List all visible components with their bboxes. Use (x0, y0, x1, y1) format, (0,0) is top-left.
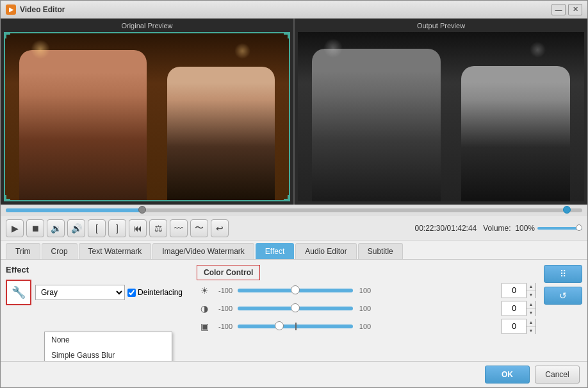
brightness-slider[interactable] (238, 289, 353, 292)
volume-slider[interactable] (537, 227, 582, 230)
saturation-spinbox-btns: ▲ ▼ (527, 319, 535, 334)
brightness-value: 0 (502, 283, 527, 298)
saturation-thumb[interactable] (275, 321, 284, 330)
waveform-button[interactable]: 〰 (170, 219, 188, 237)
contrast-spinbox: 0 ▲ ▼ (502, 301, 536, 316)
right-panel: Color Control ☀ -100 100 (197, 265, 582, 356)
timeline-section[interactable] (1, 205, 587, 216)
brightness-thumb[interactable] (291, 285, 300, 294)
bottom-bar: OK Cancel (1, 361, 587, 387)
dropdown-container: Gray Deinterlacing (35, 285, 183, 300)
tab-text-watermark[interactable]: Text Watermark (79, 243, 152, 259)
output-scene (298, 32, 584, 201)
original-preview-label: Original Preview (121, 22, 172, 30)
saturation-value: 0 (502, 319, 527, 334)
saturation-down[interactable]: ▼ (527, 327, 535, 335)
dropdown-row: Gray Deinterlacing (35, 285, 183, 300)
saturation-row: ▣ -100 100 0 ▲ (197, 319, 536, 334)
effect-dropdown[interactable]: Gray (35, 285, 125, 300)
tab-crop[interactable]: Crop (42, 243, 78, 259)
saturation-min: -100 (216, 323, 235, 330)
contrast-value: 0 (502, 301, 527, 316)
effect-icon-box: 🔧 (6, 280, 31, 305)
prev-frame-button[interactable]: ⏮ (129, 219, 147, 237)
deinterlace-label: Deinterlacing (138, 288, 183, 297)
tab-audio-editor[interactable]: Audio Editor (295, 243, 356, 259)
brightness-spinbox: 0 ▲ ▼ (502, 283, 536, 298)
reset-button[interactable]: ↺ (544, 287, 582, 305)
tab-image-video-watermark[interactable]: Image/Video Watermark (152, 243, 254, 259)
side-buttons: ⠿ ↺ (544, 265, 582, 305)
saturation-spinbox: 0 ▲ ▼ (502, 319, 536, 334)
timeline-bar[interactable] (6, 208, 582, 212)
window-title: Video Editor (20, 5, 551, 14)
grid-button[interactable]: ⠿ (544, 265, 582, 283)
timeline-progress (6, 208, 144, 212)
scale-button[interactable]: ⚖ (149, 219, 167, 237)
effect-dropdown-menu: None Simple Gauss Blur Simple Laplacian … (44, 332, 172, 361)
effect-icon: 🔧 (12, 285, 26, 299)
menu-item-none[interactable]: None (45, 332, 172, 348)
brightness-min: -100 (216, 287, 235, 294)
stop-button[interactable]: ⏹ (26, 219, 44, 237)
undo-button[interactable]: ↩ (211, 219, 229, 237)
color-control-label: Color Control (197, 265, 260, 280)
deinterlace-check: Deinterlacing (127, 288, 183, 297)
mark-out-button[interactable]: ] (108, 219, 126, 237)
tab-effect[interactable]: Effect (256, 243, 294, 259)
contrast-down[interactable]: ▼ (527, 309, 535, 317)
deinterlace-checkbox[interactable] (127, 289, 136, 297)
time-display: 00:22:30/01:42:44 Volume: 100% (414, 224, 535, 233)
playback-controls: ▶ ⏹ 🔉 🔊 [ ] ⏮ ⚖ 〰 〜 ↩ 00:22:30/01:42:44 … (1, 216, 587, 240)
effect-section-label: Effect (6, 265, 192, 274)
contrast-thumb[interactable] (291, 303, 300, 312)
cancel-button[interactable]: Cancel (535, 366, 580, 384)
brightness-icon: ☀ (197, 285, 212, 296)
window-controls: — ✕ (551, 4, 582, 15)
output-preview-pane: Output Preview (295, 19, 587, 205)
preview-section: Original Preview Output Pre (1, 19, 587, 205)
grid-icon: ⠿ (560, 269, 566, 279)
saturation-up[interactable]: ▲ (527, 319, 535, 327)
brightness-max: 100 (355, 287, 375, 294)
main-window: ▶ Video Editor — ✕ Original Preview (0, 0, 588, 388)
vol-down-button[interactable]: 🔉 (47, 219, 65, 237)
saturation-slider-content: -100 100 (216, 323, 498, 330)
menu-item-gauss[interactable]: Simple Gauss Blur (45, 348, 172, 361)
brightness-up[interactable]: ▲ (527, 283, 535, 291)
timeline-end-thumb[interactable] (563, 206, 571, 214)
contrast-up[interactable]: ▲ (527, 301, 535, 309)
contrast-max: 100 (355, 305, 375, 312)
contrast-spinbox-btns: ▲ ▼ (527, 301, 535, 316)
timeline-thumb[interactable] (138, 206, 146, 214)
tab-subtitle[interactable]: Subtitle (358, 243, 403, 259)
volume-thumb[interactable] (576, 224, 582, 231)
left-panel: Effect 🔧 Gray Deinterlacing (6, 265, 192, 356)
original-scene (5, 33, 289, 200)
brightness-down[interactable]: ▼ (527, 291, 535, 299)
saturation-icon: ▣ (197, 321, 212, 332)
original-preview-frame (4, 32, 290, 201)
corner-bl (5, 195, 10, 200)
saturation-max: 100 (355, 323, 375, 330)
corner-tl (5, 33, 10, 38)
title-bar: ▶ Video Editor — ✕ (1, 1, 587, 19)
close-button[interactable]: ✕ (568, 4, 582, 15)
ok-button[interactable]: OK (485, 366, 530, 384)
tab-trim[interactable]: Trim (6, 243, 40, 259)
volume-control[interactable] (537, 227, 582, 230)
app-icon: ▶ (6, 4, 16, 15)
output-preview-label: Output Preview (417, 22, 465, 30)
main-content: Effect 🔧 Gray Deinterlacing (1, 260, 587, 361)
play-button[interactable]: ▶ (6, 219, 24, 237)
vol-up-button[interactable]: 🔊 (67, 219, 85, 237)
contrast-icon: ◑ (197, 303, 212, 314)
output-preview-frame (298, 32, 584, 201)
minimize-button[interactable]: — (551, 4, 566, 15)
saturation-slider[interactable] (238, 325, 353, 328)
mark-in-button[interactable]: [ (88, 219, 106, 237)
contrast-slider[interactable] (238, 307, 353, 310)
corner-tr (284, 33, 289, 38)
corner-br (284, 195, 289, 200)
spectrum-button[interactable]: 〜 (190, 219, 208, 237)
